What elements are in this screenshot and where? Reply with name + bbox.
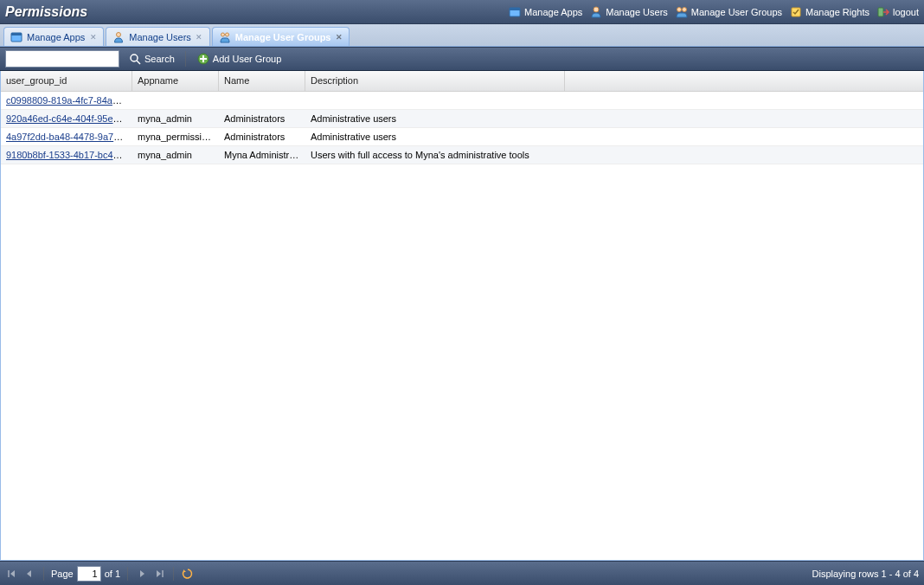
svg-line-13 <box>137 61 140 64</box>
link-manage-rights[interactable]: Manage Rights <box>789 5 869 19</box>
search-button[interactable]: Search <box>125 50 178 68</box>
svg-rect-1 <box>510 8 520 10</box>
svg-point-9 <box>117 32 121 36</box>
tab-manage-apps[interactable]: Manage Apps ✕ <box>3 27 104 46</box>
column-description[interactable]: Description <box>305 71 565 91</box>
page-label: Page <box>51 569 74 579</box>
cell-desc: Administrative users <box>305 129 565 145</box>
svg-rect-8 <box>11 33 22 35</box>
apps-icon <box>508 5 522 19</box>
cell-app: myna_admin <box>132 111 219 126</box>
table-row[interactable]: 4a97f2dd-ba48-4478-9a7b…myna_permissions… <box>1 128 923 146</box>
svg-point-4 <box>682 7 686 11</box>
column-user-group-id[interactable]: user_group_id <box>1 71 132 91</box>
search-label: Search <box>144 54 175 64</box>
app-header: Permissions Manage Apps Manage Users Man… <box>0 0 924 24</box>
user-group-link[interactable]: c0998809-819a-4fc7-84a6… <box>6 95 127 106</box>
cell-desc: Users with full access to Myna's adminis… <box>305 147 565 163</box>
add-user-group-button[interactable]: Add User Group <box>193 50 285 68</box>
user-group-icon <box>675 5 689 19</box>
page-of-label: of 1 <box>105 569 120 579</box>
link-label: Manage Users <box>606 7 668 17</box>
cell-desc <box>305 98 565 103</box>
separator <box>43 567 44 581</box>
link-label: logout <box>893 7 919 17</box>
apps-icon <box>10 30 23 44</box>
last-page-button[interactable] <box>152 567 166 581</box>
link-label: Manage User Groups <box>691 7 782 17</box>
grid-body: c0998809-819a-4fc7-84a6…920a46ed-c64e-40… <box>1 92 923 164</box>
search-icon <box>128 52 142 66</box>
tab-label: Manage Users <box>129 32 191 42</box>
link-label: Manage Apps <box>524 7 582 17</box>
user-group-link[interactable]: 920a46ed-c64e-404f-95e5… <box>6 113 128 124</box>
page-input[interactable] <box>77 566 101 582</box>
app-title: Permissions <box>5 4 87 20</box>
link-logout[interactable]: logout <box>876 5 919 19</box>
cell-app: myna_admin <box>132 147 219 163</box>
svg-rect-6 <box>878 8 883 16</box>
cell-name <box>219 98 305 103</box>
tab-label: Manage User Groups <box>235 32 331 42</box>
separator <box>127 567 128 581</box>
user-group-icon <box>218 30 232 44</box>
tab-bar: Manage Apps ✕ Manage Users ✕ Manage User… <box>0 24 924 47</box>
cell-app <box>132 98 219 103</box>
link-manage-user-groups[interactable]: Manage User Groups <box>675 5 782 19</box>
data-grid: user_group_id Appname Name Description c… <box>0 71 924 561</box>
cell-id: 920a46ed-c64e-404f-95e5… <box>1 111 132 126</box>
refresh-button[interactable] <box>181 567 195 581</box>
cell-name: Administrators <box>219 129 305 145</box>
paging-status: Displaying rows 1 - 4 of 4 <box>812 569 920 579</box>
svg-point-3 <box>677 7 681 11</box>
grid-header: user_group_id Appname Name Description <box>1 71 923 92</box>
user-icon <box>112 30 125 44</box>
cell-id: 9180b8bf-1533-4b17-bc4e… <box>1 147 132 163</box>
cell-id: 4a97f2dd-ba48-4478-9a7b… <box>1 129 132 145</box>
column-name[interactable]: Name <box>219 71 305 91</box>
add-label: Add User Group <box>213 54 281 64</box>
svg-point-12 <box>131 55 138 61</box>
close-icon[interactable]: ✕ <box>334 32 343 42</box>
cell-id: c0998809-819a-4fc7-84a6… <box>1 93 132 108</box>
paging-toolbar: Page of 1 Displaying rows 1 - 4 of 4 <box>0 561 924 585</box>
tab-manage-user-groups[interactable]: Manage User Groups ✕ <box>212 27 350 46</box>
column-appname[interactable]: Appname <box>132 71 219 91</box>
first-page-button[interactable] <box>5 567 19 581</box>
logout-icon <box>876 5 890 19</box>
cell-name: Myna Administr… <box>219 147 305 163</box>
next-page-button[interactable] <box>135 567 149 581</box>
tab-label: Manage Apps <box>27 32 85 42</box>
close-icon[interactable]: ✕ <box>195 32 204 42</box>
column-filler <box>565 71 923 91</box>
cell-app: myna_permissions <box>132 129 219 145</box>
paging-controls: Page of 1 <box>5 566 195 582</box>
link-manage-apps[interactable]: Manage Apps <box>508 5 582 19</box>
header-links: Manage Apps Manage Users Manage User Gro… <box>508 5 919 19</box>
table-row[interactable]: 9180b8bf-1533-4b17-bc4e…myna_adminMyna A… <box>1 146 923 164</box>
svg-point-11 <box>225 33 228 36</box>
add-icon <box>196 52 210 66</box>
user-group-link[interactable]: 4a97f2dd-ba48-4478-9a7b… <box>6 132 128 142</box>
user-icon <box>589 5 603 19</box>
close-icon[interactable]: ✕ <box>88 32 98 42</box>
link-label: Manage Rights <box>805 7 869 17</box>
svg-point-2 <box>594 7 599 12</box>
grid-toolbar: Search Add User Group <box>0 47 924 71</box>
search-input[interactable] <box>5 50 119 68</box>
table-row[interactable]: c0998809-819a-4fc7-84a6… <box>1 92 923 110</box>
separator <box>173 567 174 581</box>
rights-icon <box>789 5 803 19</box>
separator <box>185 51 186 67</box>
tab-manage-users[interactable]: Manage Users ✕ <box>106 27 210 46</box>
cell-name: Administrators <box>219 111 305 126</box>
user-group-link[interactable]: 9180b8bf-1533-4b17-bc4e… <box>6 150 128 160</box>
prev-page-button[interactable] <box>22 567 36 581</box>
cell-desc: Administrative users <box>305 111 565 126</box>
link-manage-users[interactable]: Manage Users <box>589 5 668 19</box>
svg-point-10 <box>221 33 224 36</box>
table-row[interactable]: 920a46ed-c64e-404f-95e5…myna_adminAdmini… <box>1 110 923 128</box>
